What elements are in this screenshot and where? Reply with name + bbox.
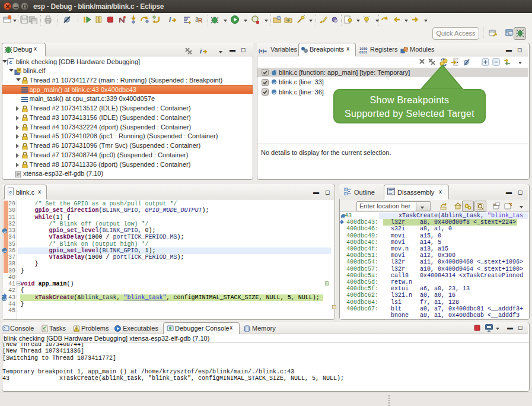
- svg-text:c: c: [9, 59, 12, 65]
- svg-text:c: c: [9, 189, 12, 195]
- svg-text:i: i: [200, 47, 202, 55]
- svg-text:(x)=: (x)=: [259, 48, 267, 53]
- svg-text:R: R: [198, 17, 203, 24]
- svg-text:010: 010: [47, 21, 51, 24]
- svg-text:d: d: [509, 33, 511, 36]
- svg-text:i: i: [169, 16, 171, 23]
- svg-text:0101: 0101: [359, 50, 368, 54]
